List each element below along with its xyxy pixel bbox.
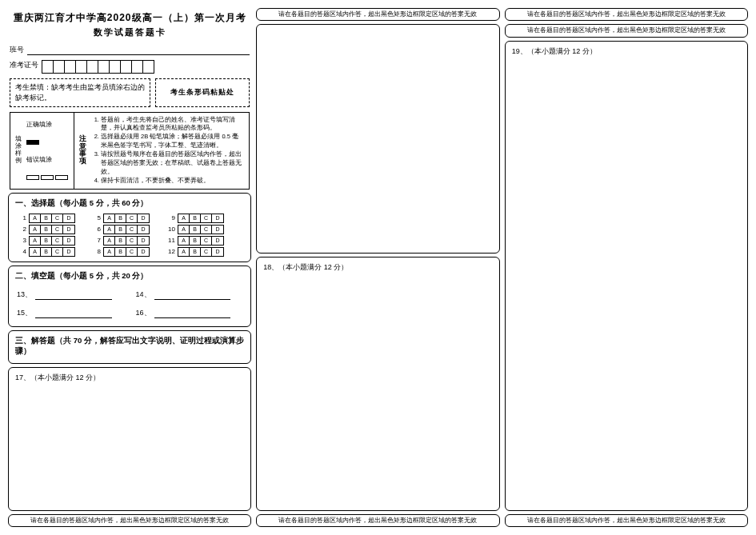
option-bubble[interactable]: A <box>104 248 115 256</box>
option-bubble[interactable]: C <box>52 226 63 234</box>
option-bubbles[interactable]: ABCD <box>178 214 224 223</box>
option-bubble[interactable]: B <box>190 214 201 222</box>
choice-row: 7ABCD <box>90 236 150 246</box>
option-bubble[interactable]: D <box>63 226 74 234</box>
option-bubble[interactable]: C <box>126 237 138 245</box>
option-bubble[interactable]: B <box>190 237 201 245</box>
option-bubbles[interactable]: ABCD <box>29 247 75 257</box>
notice-and-barcode: 考生禁填：缺考考生由监考员填涂右边的缺考标记。 考生条形码粘贴处 <box>10 78 250 107</box>
attention-item: 请按照题号顺序在各题目的答题区域内作答，超出答题区域的答案无效；在草稿纸、试题卷… <box>101 150 244 177</box>
option-bubbles[interactable]: ABCD <box>103 236 150 246</box>
fill-blank-line[interactable] <box>35 310 112 318</box>
option-bubble[interactable]: A <box>30 226 41 234</box>
fill-blank-item: 16、 <box>136 308 231 318</box>
option-bubbles[interactable]: ABCD <box>178 236 224 246</box>
question-number: 5 <box>90 214 101 222</box>
ticket-number-grid[interactable] <box>42 60 154 74</box>
option-bubble[interactable]: C <box>126 226 138 234</box>
option-bubble[interactable]: A <box>104 237 115 245</box>
option-bubble[interactable]: A <box>178 248 190 256</box>
option-bubble[interactable]: C <box>201 214 212 222</box>
option-bubble[interactable]: A <box>104 214 115 222</box>
question-number: 7 <box>90 237 101 244</box>
option-bubble[interactable]: C <box>52 214 63 222</box>
ticket-label: 准考证号 <box>10 60 38 70</box>
option-bubble[interactable]: B <box>115 226 126 234</box>
option-bubble[interactable]: A <box>178 214 190 222</box>
q18-panel: 18、（本小题满分 12 分） <box>256 257 499 510</box>
option-bubble[interactable]: D <box>212 237 223 245</box>
fill-blank-line[interactable] <box>154 292 231 300</box>
option-bubble[interactable]: D <box>63 214 74 222</box>
choice-row: 1ABCD <box>15 214 75 223</box>
question-number: 4 <box>15 248 26 255</box>
option-bubble[interactable]: B <box>41 214 52 222</box>
option-bubble[interactable]: D <box>212 248 223 256</box>
option-bubbles[interactable]: ABCD <box>29 214 75 223</box>
option-bubbles[interactable]: ABCD <box>29 236 75 246</box>
boundary-notice-3c: 请在各题目的答题区域内作答，超出黑色矩形边框限定区域的答案无效 <box>505 514 748 527</box>
q18-label: 18、（本小题满分 12 分） <box>263 262 492 273</box>
option-bubble[interactable]: D <box>63 248 74 256</box>
option-bubble[interactable]: C <box>201 226 212 234</box>
option-bubble[interactable]: C <box>201 237 212 245</box>
q19-label: 19、（本小题满分 12 分） <box>512 46 741 57</box>
option-bubble[interactable]: B <box>41 248 52 256</box>
attention-list: 答题前，考生先将自己的姓名、准考证号填写清楚，并认真检查监考员所粘贴的条形码。 … <box>90 116 244 186</box>
option-bubble[interactable]: C <box>126 214 138 222</box>
choice-row: 2ABCD <box>15 225 75 234</box>
column-2: 请在各题目的答题区域内作答，超出黑色矩形边框限定区域的答案无效 18、（本小题满… <box>256 8 499 527</box>
fill-blank-line[interactable] <box>154 310 231 318</box>
column-3: 请在各题目的答题区域内作答，超出黑色矩形边框限定区域的答案无效 请在各题目的答题… <box>505 8 748 527</box>
exam-title: 重庆两江育才中学高2020级高一（上）第一次月考 <box>10 11 250 25</box>
q19-panel: 19、（本小题满分 12 分） <box>505 41 748 511</box>
option-bubble[interactable]: A <box>178 237 190 245</box>
question-number: 9 <box>164 214 175 222</box>
option-bubble[interactable]: D <box>138 248 149 256</box>
barcode-area: 考生条形码粘贴处 <box>155 78 250 107</box>
class-input[interactable] <box>27 46 250 55</box>
fill-blank-number: 13、 <box>17 289 32 300</box>
option-bubble[interactable]: B <box>41 237 52 245</box>
wrong-fill-icons <box>26 175 70 180</box>
option-bubble[interactable]: B <box>41 226 52 234</box>
option-bubble[interactable]: A <box>30 214 41 222</box>
examinee-notice: 考生禁填：缺考考生由监考员填涂右边的缺考标记。 <box>10 78 150 107</box>
option-bubbles[interactable]: ABCD <box>103 247 150 257</box>
correct-fill: 正确填涂 <box>26 121 70 129</box>
option-bubble[interactable]: C <box>201 248 212 256</box>
option-bubble[interactable]: B <box>190 248 201 256</box>
option-bubble[interactable]: B <box>115 237 126 245</box>
option-bubble[interactable]: A <box>104 226 115 234</box>
option-bubble[interactable]: D <box>138 214 149 222</box>
option-bubble[interactable]: C <box>52 237 63 245</box>
option-bubble[interactable]: D <box>212 226 223 234</box>
option-bubble[interactable]: A <box>30 237 41 245</box>
option-bubble[interactable]: C <box>52 248 63 256</box>
option-bubble[interactable]: B <box>115 248 126 256</box>
fill-lines: 13、14、15、16、 <box>15 286 244 321</box>
option-bubble[interactable]: B <box>190 226 201 234</box>
option-bubble[interactable]: D <box>212 214 223 222</box>
boundary-notice-3b: 请在各题目的答题区域内作答，超出黑色矩形边框限定区域的答案无效 <box>505 24 748 37</box>
fill-example: 填涂样例 正确填涂 错误填涂 <box>10 113 74 189</box>
option-bubbles[interactable]: ABCD <box>178 225 224 234</box>
fill-blank-line[interactable] <box>35 292 112 300</box>
option-bubble[interactable]: C <box>126 248 138 256</box>
fill-blank-number: 16、 <box>136 308 151 318</box>
option-bubble[interactable]: B <box>115 214 126 222</box>
option-bubbles[interactable]: ABCD <box>103 225 150 234</box>
option-bubbles[interactable]: ABCD <box>178 247 224 257</box>
fill-title: 二、填空题（每小题 5 分，共 20 分） <box>15 271 244 281</box>
option-bubble[interactable]: D <box>138 226 149 234</box>
question-number: 3 <box>15 237 26 244</box>
option-bubble[interactable]: A <box>30 248 41 256</box>
option-bubble[interactable]: A <box>178 226 190 234</box>
option-bubble[interactable]: D <box>138 237 149 245</box>
option-bubble[interactable]: D <box>63 237 74 245</box>
question-number: 2 <box>15 226 26 233</box>
option-bubbles[interactable]: ABCD <box>103 214 150 223</box>
header-block: 重庆两江育才中学高2020级高一（上）第一次月考 数学试题答题卡 班号 准考证号… <box>8 8 251 190</box>
class-row: 班号 <box>10 45 250 55</box>
option-bubbles[interactable]: ABCD <box>29 225 75 234</box>
